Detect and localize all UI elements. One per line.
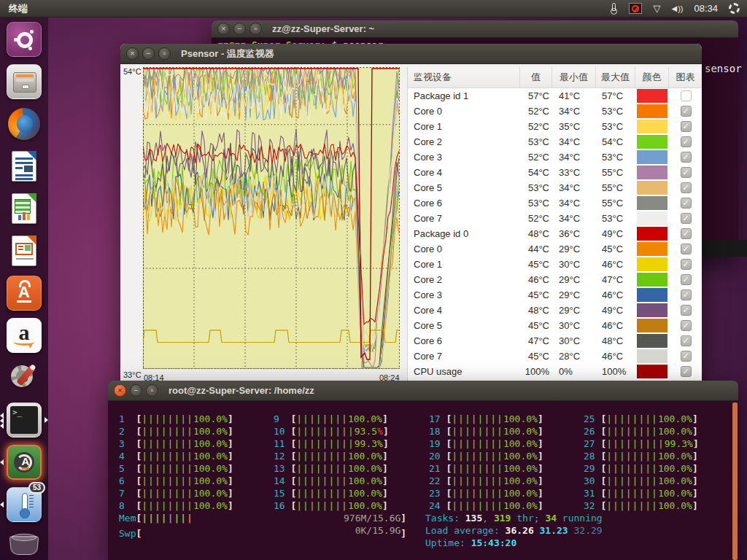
ubuntu-dash-icon bbox=[7, 22, 42, 57]
graph-checkbox[interactable]: ✓ bbox=[681, 274, 692, 285]
table-cell: 52°C bbox=[520, 213, 552, 224]
column-header[interactable]: 最大值 bbox=[596, 67, 635, 88]
graph-checkbox[interactable]: ✓ bbox=[681, 335, 692, 346]
session-gear-icon[interactable] bbox=[729, 3, 740, 14]
close-button[interactable]: × bbox=[126, 47, 139, 60]
launcher-item-amazon[interactable]: a bbox=[7, 318, 42, 353]
table-cell: 55°C bbox=[596, 167, 635, 178]
cpu-meter: 3 [||||||||100.0%] bbox=[119, 438, 233, 450]
graph-checkbox[interactable]: ✓ bbox=[681, 351, 692, 362]
scrollbar[interactable] bbox=[732, 402, 738, 560]
column-header[interactable]: 图表 bbox=[669, 67, 702, 88]
table-row[interactable]: Core 553°C34°C55°C✓ bbox=[408, 180, 702, 195]
graph-checkbox[interactable]: ✓ bbox=[681, 320, 692, 331]
table-row[interactable]: Core 253°C34°C54°C✓ bbox=[408, 134, 702, 149]
text-segment: 34 bbox=[545, 513, 557, 524]
maximize-button[interactable]: ▫ bbox=[146, 384, 158, 397]
column-header[interactable]: 值 bbox=[520, 67, 552, 88]
terminal-bg-titlebar[interactable]: × − ▫ zz@zz-Super-Server: ~ bbox=[212, 20, 738, 38]
launcher-item-writer[interactable] bbox=[7, 149, 42, 184]
launcher-item-trash[interactable] bbox=[7, 532, 41, 557]
table-row[interactable]: Core 647°C30°C48°C✓ bbox=[408, 333, 702, 349]
cpu-meter: 5 [||||||||100.0%] bbox=[119, 462, 233, 475]
graph-checkbox[interactable]: ✓ bbox=[681, 106, 692, 117]
graph-checkbox[interactable]: ✓ bbox=[681, 366, 692, 377]
cpu-meter: 18 [||||||||100.0%] bbox=[429, 425, 543, 438]
app-menu-label[interactable]: 终端 bbox=[0, 2, 28, 15]
graph-checkbox[interactable]: ✓ bbox=[681, 182, 692, 193]
cpu-meter: 14 [||||||||100.0%] bbox=[274, 475, 389, 487]
column-header[interactable]: 监视设备 bbox=[408, 67, 520, 88]
launcher-item-terminal[interactable]: >_ bbox=[7, 402, 42, 438]
graph-checkbox[interactable]: ✓ bbox=[681, 305, 692, 316]
table-cell: Core 6 bbox=[408, 335, 520, 346]
clock[interactable]: 08:34 bbox=[694, 3, 718, 14]
graph-checkbox[interactable]: ✓ bbox=[681, 259, 692, 270]
close-button[interactable]: × bbox=[217, 23, 230, 35]
text-segment: 319 bbox=[494, 513, 511, 524]
graph-checkbox[interactable]: ✓ bbox=[681, 121, 692, 132]
launcher-item-firefox[interactable] bbox=[7, 106, 42, 141]
table-row[interactable]: Core 352°C34°C53°C✓ bbox=[408, 149, 702, 165]
table-row[interactable]: Core 246°C29°C47°C✓ bbox=[408, 272, 702, 287]
column-header[interactable]: 颜色 bbox=[635, 67, 669, 88]
graph-checkbox[interactable] bbox=[681, 90, 692, 101]
launcher-item-impress[interactable] bbox=[7, 233, 42, 268]
psensor-window[interactable]: × − ▫ Psensor - 温度监视器 54°C 33°C 08:14 08… bbox=[120, 44, 702, 386]
table-cell: 55°C bbox=[596, 198, 635, 209]
table-row[interactable]: Core 745°C28°C46°C✓ bbox=[408, 349, 702, 364]
launcher-item-psensor[interactable]: 53 bbox=[7, 487, 42, 522]
volume-indicator-icon[interactable]: ◀)) bbox=[671, 4, 683, 13]
load-average: Load average: 36.26 31.23 32.29 bbox=[425, 524, 603, 537]
memory-value: 976M/15.6G bbox=[344, 512, 400, 524]
maximize-button[interactable]: ▫ bbox=[249, 23, 262, 35]
table-row[interactable]: Core 448°C29°C49°C✓ bbox=[408, 303, 702, 318]
launcher-item-software-updater[interactable]: A bbox=[7, 445, 42, 480]
graph-checkbox[interactable]: ✓ bbox=[681, 244, 692, 254]
table-row[interactable]: Core 044°C29°C45°C✓ bbox=[408, 241, 702, 257]
table-cell: 100% bbox=[596, 366, 635, 377]
launcher-item-settings[interactable] bbox=[7, 360, 42, 395]
psensor-titlebar[interactable]: × − ▫ Psensor - 温度监视器 bbox=[120, 44, 702, 64]
graph-checkbox[interactable]: ✓ bbox=[681, 136, 692, 147]
launcher-item-software[interactable]: A bbox=[7, 276, 42, 311]
table-row[interactable]: CPU usage100%0%100%✓ bbox=[408, 364, 702, 379]
table-row[interactable]: Core 752°C34°C53°C✓ bbox=[408, 211, 702, 226]
graph-checkbox[interactable]: ✓ bbox=[681, 213, 692, 224]
close-button[interactable]: × bbox=[114, 384, 126, 397]
htop-window[interactable]: × − ▫ root@zz-Super-Server: /home/zz 1 [… bbox=[108, 381, 738, 560]
column-header[interactable]: 最小值 bbox=[552, 67, 596, 88]
cpu-meter: 1 [||||||||100.0%] bbox=[119, 413, 233, 425]
network-indicator-icon[interactable]: ▽ bbox=[653, 4, 660, 13]
minimize-button[interactable]: − bbox=[130, 384, 142, 397]
table-row[interactable]: Core 145°C30°C46°C✓ bbox=[408, 257, 702, 272]
table-row[interactable]: Core 545°C30°C46°C✓ bbox=[408, 318, 702, 333]
launcher-item-dash[interactable] bbox=[7, 22, 42, 57]
table-cell: 53°C bbox=[520, 182, 552, 193]
file-manager-icon bbox=[7, 64, 42, 99]
table-cell: 29°C bbox=[552, 244, 596, 254]
graph-checkbox[interactable]: ✓ bbox=[681, 228, 692, 239]
launcher-item-calc[interactable] bbox=[7, 191, 42, 226]
launcher-item-files[interactable] bbox=[7, 64, 42, 99]
table-row[interactable]: Package id 157°C41°C57°C bbox=[408, 88, 702, 104]
table-row[interactable]: Core 052°C34°C53°C✓ bbox=[408, 104, 702, 119]
table-row[interactable]: Core 152°C35°C53°C✓ bbox=[408, 119, 702, 134]
thermometer-indicator-icon[interactable] bbox=[610, 3, 618, 15]
graph-checkbox[interactable]: ✓ bbox=[681, 167, 692, 178]
table-row[interactable]: Core 345°C29°C46°C✓ bbox=[408, 287, 702, 303]
graph-checkbox[interactable]: ✓ bbox=[681, 198, 692, 209]
text-segment: thr; bbox=[511, 513, 545, 524]
table-row[interactable]: Core 454°C33°C55°C✓ bbox=[408, 165, 702, 180]
minimize-button[interactable]: − bbox=[233, 23, 246, 35]
cpu-meter: 11 [|||||||||99.3%] bbox=[274, 438, 389, 450]
table-row[interactable]: Package id 048°C36°C49°C✓ bbox=[408, 226, 702, 241]
graph-checkbox[interactable]: ✓ bbox=[681, 289, 692, 300]
table-row[interactable]: Core 653°C34°C55°C✓ bbox=[408, 195, 702, 211]
minimize-button[interactable]: − bbox=[142, 47, 155, 60]
table-cell: Package id 1 bbox=[408, 90, 520, 101]
htop-titlebar[interactable]: × − ▫ root@zz-Super-Server: /home/zz bbox=[108, 381, 738, 401]
screen-record-indicator-icon[interactable] bbox=[629, 3, 642, 14]
graph-checkbox[interactable]: ✓ bbox=[681, 152, 692, 163]
maximize-button[interactable]: ▫ bbox=[158, 47, 171, 60]
